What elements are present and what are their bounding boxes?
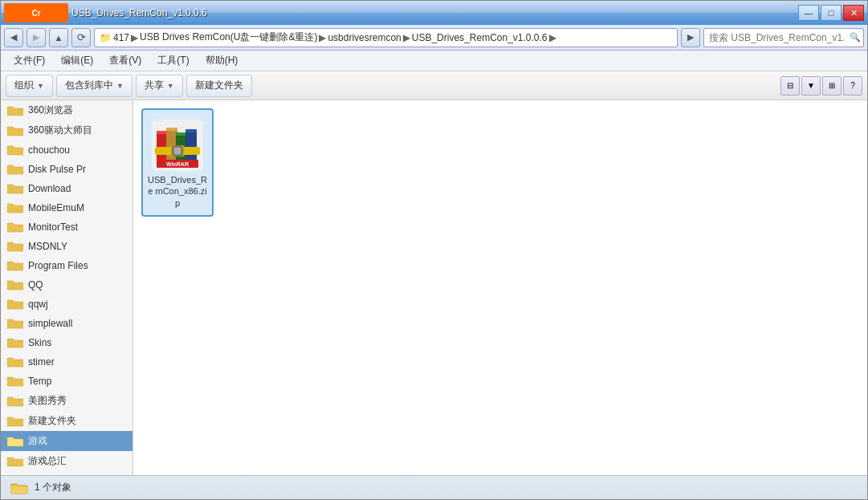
breadcrumb-folder-icon: 📁 <box>100 32 112 43</box>
sidebar-item-label: Disk Pulse Pr <box>28 164 86 175</box>
folder-icon <box>7 455 23 468</box>
folder-icon <box>7 435 23 448</box>
title-logo: Cr <box>4 3 68 22</box>
sidebar-item[interactable]: Disk Pulse Pr <box>1 160 132 179</box>
sidebar-item[interactable]: 360浏览器 <box>1 100 132 120</box>
breadcrumb[interactable]: 📁 417 ▶ USB Drives RemCon(U盘一键删除&重连) ▶ u… <box>94 28 678 47</box>
sidebar-item[interactable]: 360驱动大师目 <box>1 120 132 140</box>
location-arrow-button[interactable]: ▶ <box>681 28 700 47</box>
sidebar-item[interactable]: stimer <box>1 352 132 372</box>
menu-view[interactable]: 查看(V) <box>101 51 149 71</box>
help-button[interactable]: ? <box>843 76 862 96</box>
up-button[interactable]: ▲ <box>49 28 68 47</box>
sidebar-item[interactable]: MonitorTest <box>1 217 132 237</box>
sidebar-item[interactable]: chouchou <box>1 140 132 160</box>
sidebar-item-label: qqwj <box>28 299 48 310</box>
sidebar-item-label: Skins <box>28 337 51 348</box>
sidebar-item[interactable]: MSDNLY <box>1 237 132 256</box>
folder-icon <box>7 240 23 253</box>
toolbar: 组织 ▼ 包含到库中 ▼ 共享 ▼ 新建文件夹 ⊟ ▼ ⊞ ? <box>1 71 867 100</box>
folder-icon <box>7 124 23 137</box>
sidebar-item-label: 美图秀秀 <box>28 394 67 408</box>
folder-icon <box>7 356 23 368</box>
svg-rect-6 <box>166 128 177 131</box>
sidebar-item[interactable]: 新建文件夹 <box>1 411 132 431</box>
title-text: USB_Drives_RemCon_v1.0.0.6 <box>71 7 207 18</box>
menu-bar: 文件(F) 编辑(E) 查看(V) 工具(T) 帮助(H) <box>1 51 867 71</box>
sidebar-item[interactable]: 游戏总汇 <box>1 451 132 471</box>
folder-icon <box>7 144 23 157</box>
sidebar-item[interactable]: 美图秀秀 <box>1 391 132 411</box>
folder-icon <box>7 278 23 291</box>
sidebar-item[interactable]: MobileEmuM <box>1 198 132 217</box>
sidebar-item-label: Download <box>28 183 71 194</box>
refresh-button[interactable]: ⟳ <box>71 28 91 47</box>
sidebar-item[interactable]: Program Files <box>1 256 132 275</box>
svg-rect-4 <box>157 131 168 134</box>
status-count: 1 个对象 <box>35 481 71 494</box>
sidebar-item-label: MobileEmuM <box>28 202 84 213</box>
menu-tools[interactable]: 工具(T) <box>149 51 197 71</box>
sidebar-item-label: stimer <box>28 356 55 368</box>
file-name: USB_Drives_Re mCon_x86.zip <box>146 174 209 209</box>
window-controls: — □ ✕ <box>798 5 864 21</box>
folder-icon <box>7 104 23 117</box>
include-library-button[interactable]: 包含到库中 ▼ <box>56 75 132 97</box>
minimize-button[interactable]: — <box>798 5 819 21</box>
sidebar-item-label: QQ <box>28 279 43 291</box>
back-button[interactable]: ◀ <box>4 28 23 47</box>
folder-icon <box>7 415 23 428</box>
forward-button[interactable]: ▶ <box>26 28 46 47</box>
file-item[interactable]: WinRAR USB_Drives_Re mCon_x86.zip <box>141 108 214 217</box>
sidebar-item[interactable]: Skins <box>1 333 132 352</box>
title-bar-left: Cr USB_Drives_RemCon_v1.0.0.6 <box>4 3 207 22</box>
file-grid: WinRAR USB_Drives_Re mCon_x86.zip <box>141 108 859 217</box>
search-wrapper: 🔍 <box>703 28 864 47</box>
address-bar: ◀ ▶ ▲ ⟳ 📁 417 ▶ USB Drives RemCon(U盘一键删除… <box>1 25 867 51</box>
winrar-zip-icon: WinRAR <box>149 116 206 174</box>
new-folder-button[interactable]: 新建文件夹 <box>186 75 252 97</box>
menu-help[interactable]: 帮助(H) <box>198 51 247 71</box>
title-bar: Cr USB_Drives_RemCon_v1.0.0.6 — □ ✕ <box>1 1 867 25</box>
include-library-arrow-icon: ▼ <box>116 82 124 90</box>
sidebar-item[interactable]: QQ <box>1 275 132 295</box>
sidebar-item[interactable]: Download <box>1 179 132 198</box>
folder-icon <box>7 317 23 330</box>
view-dropdown-button[interactable]: ▼ <box>801 76 821 96</box>
maximize-button[interactable]: □ <box>821 5 842 21</box>
include-library-label: 包含到库中 <box>65 79 113 92</box>
share-button[interactable]: 共享 ▼ <box>136 75 183 97</box>
sidebar: 360浏览器360驱动大师目chouchouDisk Pulse PrDownl… <box>1 100 133 475</box>
search-icon[interactable]: 🔍 <box>850 32 861 43</box>
sidebar-item-label: 360浏览器 <box>28 104 73 117</box>
folder-icon <box>7 259 23 272</box>
sidebar-item-label: 360驱动大师目 <box>28 124 92 137</box>
content-area: 360浏览器360驱动大师目chouchouDisk Pulse PrDownl… <box>1 100 867 475</box>
sidebar-item-label: Temp <box>28 376 51 387</box>
organize-button[interactable]: 组织 ▼ <box>6 75 53 97</box>
folder-icon <box>7 375 23 388</box>
sidebar-item-label: simplewall <box>28 318 72 329</box>
sidebar-item[interactable]: qqwj <box>1 295 132 314</box>
svg-text:WinRAR: WinRAR <box>166 161 189 167</box>
file-area[interactable]: WinRAR USB_Drives_Re mCon_x86.zip <box>133 100 867 475</box>
sidebar-item-label: 新建文件夹 <box>28 414 76 428</box>
sidebar-item[interactable]: Temp <box>1 372 132 391</box>
menu-file[interactable]: 文件(F) <box>6 51 53 71</box>
svg-rect-14 <box>174 148 181 154</box>
view-toggle-button[interactable]: ⊟ <box>780 76 800 96</box>
svg-rect-8 <box>176 132 187 136</box>
sidebar-item[interactable]: simplewall <box>1 314 132 333</box>
sidebar-item-label: MonitorTest <box>28 222 78 233</box>
sidebar-item-label: MSDNLY <box>28 241 67 252</box>
search-input[interactable] <box>703 28 864 47</box>
close-button[interactable]: ✕ <box>843 5 864 21</box>
folder-icon <box>7 395 23 408</box>
pane-button[interactable]: ⊞ <box>822 76 842 96</box>
sidebar-item-label: Program Files <box>28 260 88 271</box>
sidebar-item-label: 游戏总汇 <box>28 454 67 468</box>
folder-icon <box>7 163 23 176</box>
sidebar-item[interactable]: 游戏 <box>1 431 132 451</box>
menu-edit[interactable]: 编辑(E) <box>53 51 101 71</box>
folder-icon <box>7 336 23 349</box>
